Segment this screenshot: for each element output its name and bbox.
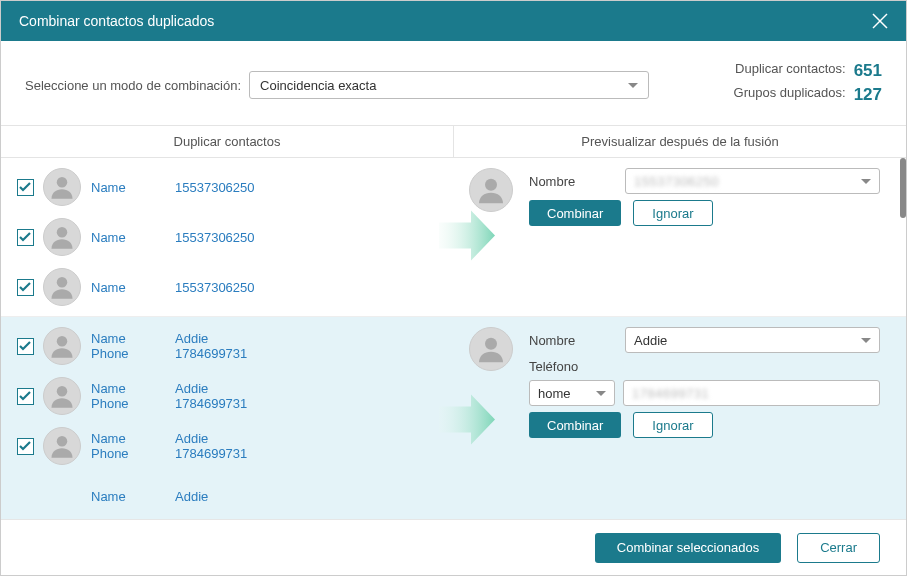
dup-groups-label: Grupos duplicados: xyxy=(734,85,846,105)
row-checkbox[interactable] xyxy=(17,229,34,246)
header-duplicates: Duplicar contactos xyxy=(1,126,454,157)
duplicate-row: NameAddie Phone1784699731 xyxy=(1,371,453,421)
duplicate-row: Name 15537306250 xyxy=(1,262,453,312)
mode-selected-value: Coincidencia exacta xyxy=(260,78,376,93)
row-checkbox[interactable] xyxy=(17,179,34,196)
field-label-name[interactable]: Name xyxy=(91,489,171,504)
merge-duplicates-window: Combinar contactos duplicados Seleccione… xyxy=(0,0,907,576)
titlebar: Combinar contactos duplicados xyxy=(1,1,906,41)
preview-phone-value: 1784699731 xyxy=(632,386,709,401)
close-icon[interactable] xyxy=(866,7,894,35)
field-label-phone[interactable]: Phone xyxy=(91,396,171,411)
avatar-icon xyxy=(469,168,513,212)
field-value[interactable]: Addie xyxy=(175,489,208,504)
header-preview: Previsualizar después de la fusión xyxy=(454,126,906,157)
field-label-name[interactable]: Name xyxy=(91,180,171,195)
field-value[interactable]: 1784699731 xyxy=(175,346,247,361)
chevron-down-icon xyxy=(628,83,638,88)
field-label-name[interactable]: Name xyxy=(91,381,171,396)
field-value[interactable]: Addie xyxy=(175,331,208,346)
avatar-icon xyxy=(43,268,81,306)
ignore-button[interactable]: Ignorar xyxy=(633,412,712,438)
field-value[interactable]: Addie xyxy=(175,381,208,396)
field-label-phone[interactable]: Phone xyxy=(91,446,171,461)
phone-type-value: home xyxy=(538,386,571,401)
ignore-button[interactable]: Ignorar xyxy=(633,200,712,226)
field-value[interactable]: Addie xyxy=(175,431,208,446)
field-value[interactable]: 15537306250 xyxy=(175,280,255,295)
field-value[interactable]: 1784699731 xyxy=(175,396,247,411)
svg-point-2 xyxy=(57,177,68,188)
svg-point-11 xyxy=(485,338,497,350)
config-row: Seleccione un modo de combinación: Coinc… xyxy=(1,41,906,125)
svg-point-4 xyxy=(57,277,68,288)
dup-contacts-value: 651 xyxy=(854,61,882,81)
mode-label: Seleccione un modo de combinación: xyxy=(25,78,241,93)
field-label-phone[interactable]: Phone xyxy=(91,346,171,361)
column-headers: Duplicar contactos Previsualizar después… xyxy=(1,125,906,158)
preview-phone-label: Teléfono xyxy=(529,359,625,374)
stats: Duplicar contactos: 651 Grupos duplicado… xyxy=(734,61,882,109)
field-label-name[interactable]: Name xyxy=(91,280,171,295)
preview-name-select[interactable]: Addie xyxy=(625,327,880,353)
combine-selected-button[interactable]: Combinar seleccionados xyxy=(595,533,781,563)
mode-select[interactable]: Coincidencia exacta xyxy=(249,71,649,99)
svg-point-7 xyxy=(57,336,68,347)
window-title: Combinar contactos duplicados xyxy=(19,13,214,29)
row-checkbox[interactable] xyxy=(17,279,34,296)
duplicate-row: NameAddie Phone1784699731 xyxy=(1,321,453,371)
dup-contacts-label: Duplicar contactos: xyxy=(735,61,846,81)
duplicate-row: NameAddie xyxy=(1,471,453,519)
chevron-down-icon xyxy=(861,179,871,184)
row-checkbox[interactable] xyxy=(17,388,34,405)
dup-groups-value: 127 xyxy=(854,85,882,105)
combine-button[interactable]: Combinar xyxy=(529,412,621,438)
field-label-name[interactable]: Name xyxy=(91,431,171,446)
avatar-icon xyxy=(43,427,81,465)
duplicate-group: NameAddie Phone1784699731 NameAddie Phon… xyxy=(1,317,906,519)
duplicate-row: Name 15537306250 xyxy=(1,162,453,212)
preview-name-value: 15537306250 xyxy=(634,174,719,189)
group-duplicates-list: Name 15537306250 Name 15537306250 xyxy=(1,158,453,316)
row-checkbox[interactable] xyxy=(17,438,34,455)
body: Name 15537306250 Name 15537306250 xyxy=(1,158,906,519)
avatar-icon xyxy=(43,168,81,206)
duplicate-row: Name 15537306250 xyxy=(1,212,453,262)
preview-name-label: Nombre xyxy=(529,174,625,189)
chevron-down-icon xyxy=(596,391,606,396)
preview-name-value: Addie xyxy=(634,333,667,348)
avatar-icon xyxy=(43,218,81,256)
field-value[interactable]: 1784699731 xyxy=(175,446,247,461)
field-label-name[interactable]: Name xyxy=(91,331,171,346)
group-preview: Nombre Addie Teléfono home xyxy=(453,317,906,519)
avatar-icon xyxy=(43,377,81,415)
field-value[interactable]: 15537306250 xyxy=(175,180,255,195)
preview-name-label: Nombre xyxy=(529,333,625,348)
field-value[interactable]: 15537306250 xyxy=(175,230,255,245)
preview-name-select[interactable]: 15537306250 xyxy=(625,168,880,194)
field-label-name[interactable]: Name xyxy=(91,230,171,245)
close-button[interactable]: Cerrar xyxy=(797,533,880,563)
avatar-icon xyxy=(43,327,81,365)
avatar-icon xyxy=(469,327,513,371)
duplicate-group: Name 15537306250 Name 15537306250 xyxy=(1,158,906,317)
svg-point-6 xyxy=(485,179,497,191)
row-checkbox[interactable] xyxy=(17,338,34,355)
preview-phone-select[interactable]: 1784699731 xyxy=(623,380,880,406)
chevron-down-icon xyxy=(861,338,871,343)
svg-point-3 xyxy=(57,227,68,238)
svg-point-8 xyxy=(57,386,68,397)
footer: Combinar seleccionados Cerrar xyxy=(1,519,906,575)
group-duplicates-list: NameAddie Phone1784699731 NameAddie Phon… xyxy=(1,317,453,519)
group-preview: Nombre 15537306250 Combinar Ignorar xyxy=(453,158,906,316)
duplicate-row: NameAddie Phone1784699731 xyxy=(1,421,453,471)
combine-button[interactable]: Combinar xyxy=(529,200,621,226)
svg-point-9 xyxy=(57,436,68,447)
phone-type-select[interactable]: home xyxy=(529,380,615,406)
